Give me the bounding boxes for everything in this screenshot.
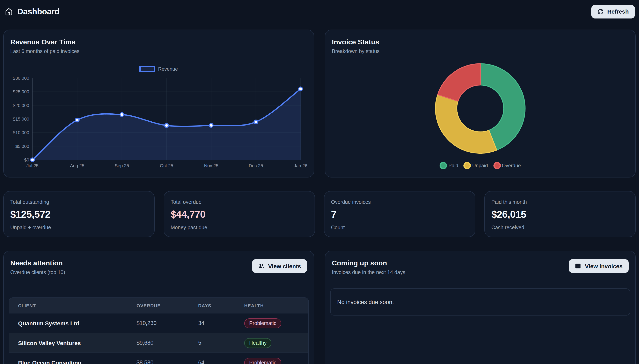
col-overdue: OVERDUE bbox=[137, 303, 198, 308]
cell-days: 34 bbox=[198, 320, 244, 326]
legend-label: Unpaid bbox=[472, 163, 488, 168]
health-badge: Problematic bbox=[244, 318, 281, 328]
legend-label: Overdue bbox=[502, 163, 521, 168]
refresh-icon bbox=[597, 8, 604, 14]
revenue-legend-swatch-icon[interactable] bbox=[140, 66, 155, 72]
invoice-donut-chart bbox=[432, 60, 529, 157]
invoice-status-card: Invoice Status Breakdown by status PaidU… bbox=[325, 30, 636, 178]
stat-value: $26,015 bbox=[491, 209, 629, 220]
donut-legend: PaidUnpaidOverdue bbox=[332, 162, 629, 169]
empty-state-message: No invoices due soon. bbox=[337, 299, 394, 305]
users-icon bbox=[258, 263, 264, 269]
stat-card-paid-this-month: Paid this month $26,015 Cash received bbox=[484, 191, 636, 237]
legend-dot-icon bbox=[440, 162, 447, 169]
invoice-list-icon bbox=[575, 263, 581, 269]
stats-row: Total outstanding $125,572 Unpaid + over… bbox=[3, 191, 636, 237]
home-icon bbox=[5, 8, 13, 16]
col-days: DAYS bbox=[198, 303, 244, 308]
svg-text:Jan 26: Jan 26 bbox=[294, 163, 307, 168]
refresh-label: Refresh bbox=[607, 8, 629, 15]
svg-text:$10,000: $10,000 bbox=[13, 130, 29, 135]
stat-value: $44,770 bbox=[171, 209, 308, 220]
card-subtitle: Breakdown by status bbox=[332, 48, 629, 54]
dashboard-content: Revenue Over Time Last 6 months of paid … bbox=[0, 23, 639, 364]
clients-table: CLIENT OVERDUE DAYS HEALTH Quantum Syste… bbox=[9, 298, 309, 364]
table-row: Quantum Systems Ltd $10,230 34 Problemat… bbox=[9, 313, 308, 333]
revenue-line-chart: $0$5,000$10,000$15,000$20,000$25,000$30,… bbox=[10, 74, 307, 169]
stat-value: 7 bbox=[331, 209, 468, 220]
cell-client: Quantum Systems Ltd bbox=[18, 320, 137, 326]
svg-text:$20,000: $20,000 bbox=[13, 103, 29, 108]
svg-text:$15,000: $15,000 bbox=[13, 116, 29, 122]
card-title: Invoice Status bbox=[332, 38, 629, 46]
upcoming-invoices-panel: No invoices due soon. bbox=[330, 288, 630, 316]
card-subtitle: Last 6 months of paid invoices bbox=[10, 48, 307, 54]
legend-dot-icon bbox=[493, 162, 501, 169]
coming-up-card: Coming up soon Invoices due in the next … bbox=[325, 250, 636, 364]
bottom-row: Needs attention Overdue clients (top 10)… bbox=[3, 250, 636, 364]
stat-card-total-outstanding: Total outstanding $125,572 Unpaid + over… bbox=[3, 191, 155, 237]
view-clients-button[interactable]: View clients bbox=[252, 259, 307, 273]
card-head: Needs attention Overdue clients (top 10)… bbox=[10, 259, 307, 275]
refresh-button[interactable]: Refresh bbox=[591, 5, 635, 18]
card-head-text: Coming up soon Invoices due in the next … bbox=[332, 259, 405, 275]
revenue-legend: Revenue bbox=[10, 65, 307, 73]
stat-sub: Cash received bbox=[491, 225, 629, 230]
cell-client: Blue Ocean Consulting bbox=[18, 359, 137, 364]
card-subtitle: Invoices due in the next 14 days bbox=[332, 270, 405, 275]
dashboard-page: Dashboard Refresh Revenue Over Time Last… bbox=[0, 0, 639, 364]
legend-dot-icon bbox=[464, 162, 471, 169]
stat-card-total-overdue: Total overdue $44,770 Money past due bbox=[164, 191, 315, 237]
stat-label: Paid this month bbox=[491, 199, 629, 205]
svg-text:Sep 25: Sep 25 bbox=[115, 163, 129, 168]
cell-overdue: $9,680 bbox=[137, 340, 198, 346]
svg-text:$0: $0 bbox=[24, 157, 29, 162]
revenue-legend-label[interactable]: Revenue bbox=[158, 66, 178, 72]
stat-sub: Unpaid + overdue bbox=[10, 225, 148, 230]
card-title: Revenue Over Time bbox=[10, 38, 307, 46]
svg-text:Dec 25: Dec 25 bbox=[249, 163, 263, 168]
svg-text:$5,000: $5,000 bbox=[16, 144, 29, 149]
needs-attention-card: Needs attention Overdue clients (top 10)… bbox=[3, 250, 314, 364]
cell-days: 5 bbox=[198, 340, 244, 346]
page-title: Dashboard bbox=[17, 7, 59, 16]
card-title: Needs attention bbox=[10, 259, 65, 268]
cell-overdue: $8,580 bbox=[137, 360, 198, 364]
donut-legend-item-paid[interactable]: Paid bbox=[440, 162, 458, 169]
legend-label: Paid bbox=[448, 163, 458, 168]
donut-wrap bbox=[332, 60, 629, 157]
stat-sub: Count bbox=[331, 225, 468, 230]
donut-legend-item-unpaid[interactable]: Unpaid bbox=[464, 162, 488, 169]
card-title: Coming up soon bbox=[332, 259, 405, 268]
cell-overdue: $10,230 bbox=[137, 320, 198, 326]
view-invoices-label: View invoices bbox=[585, 263, 622, 269]
card-head: Coming up soon Invoices due in the next … bbox=[332, 259, 629, 275]
cell-client: Silicon Valley Ventures bbox=[18, 340, 137, 346]
svg-text:Aug 25: Aug 25 bbox=[70, 163, 85, 168]
donut-legend-item-overdue[interactable]: Overdue bbox=[493, 162, 521, 169]
table-row: Blue Ocean Consulting $8,580 64 Problema… bbox=[9, 352, 308, 364]
card-head-text: Needs attention Overdue clients (top 10) bbox=[10, 259, 65, 275]
revenue-card: Revenue Over Time Last 6 months of paid … bbox=[3, 30, 314, 178]
stat-label: Total overdue bbox=[171, 199, 308, 205]
table-header-row: CLIENT OVERDUE DAYS HEALTH bbox=[9, 298, 308, 313]
table-row: Silicon Valley Ventures $9,680 5 Healthy bbox=[9, 333, 308, 352]
stat-label: Overdue invoices bbox=[331, 199, 468, 205]
view-invoices-button[interactable]: View invoices bbox=[569, 259, 629, 273]
svg-text:$25,000: $25,000 bbox=[13, 89, 29, 94]
stat-label: Total outstanding bbox=[10, 199, 148, 205]
health-badge: Problematic bbox=[244, 358, 281, 364]
app-header: Dashboard Refresh bbox=[0, 0, 639, 23]
health-badge: Healthy bbox=[244, 338, 272, 348]
col-client: CLIENT bbox=[18, 303, 137, 308]
card-subtitle: Overdue clients (top 10) bbox=[10, 270, 65, 275]
stat-card-overdue-invoices: Overdue invoices 7 Count bbox=[324, 191, 475, 237]
charts-row: Revenue Over Time Last 6 months of paid … bbox=[3, 30, 636, 178]
svg-text:Jul 25: Jul 25 bbox=[27, 163, 39, 168]
stat-sub: Money past due bbox=[171, 225, 308, 230]
cell-days: 64 bbox=[198, 360, 244, 364]
col-health: HEALTH bbox=[244, 303, 308, 308]
svg-text:Oct 25: Oct 25 bbox=[160, 163, 173, 168]
svg-text:Nov 25: Nov 25 bbox=[204, 163, 219, 168]
view-clients-label: View clients bbox=[268, 263, 301, 269]
